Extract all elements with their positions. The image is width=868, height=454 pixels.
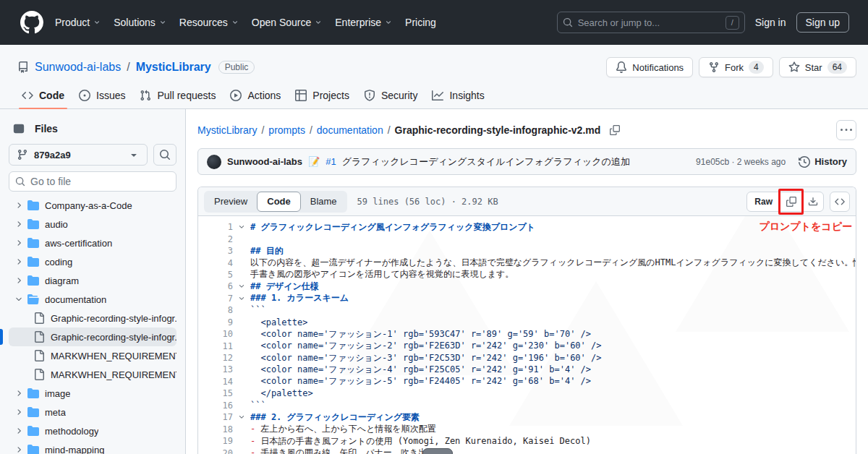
tab-issues[interactable]: Issues xyxy=(72,82,132,108)
goto-file-input[interactable] xyxy=(30,176,170,187)
repo-name-link[interactable]: MysticLibrary xyxy=(136,61,211,74)
goto-file-field[interactable] xyxy=(9,171,176,192)
tab-security[interactable]: Security xyxy=(357,82,425,108)
copy-icon xyxy=(610,125,620,135)
notifications-label: Notifications xyxy=(632,62,684,73)
view-tab-preview[interactable]: Preview xyxy=(205,192,257,212)
search-input[interactable]: Search or jump to... / xyxy=(557,12,745,33)
line-number[interactable]: 19 xyxy=(198,436,233,446)
breadcrumb-separator: / xyxy=(305,124,317,136)
raw-button[interactable]: Raw xyxy=(747,192,780,211)
commit-message[interactable]: グラフィックレコーディングスタイルインフォグラフィックの追加 xyxy=(342,155,630,168)
history-button[interactable]: History xyxy=(799,156,847,168)
tree-folder-methodology[interactable]: methodology xyxy=(9,421,176,440)
star-button[interactable]: Star64 xyxy=(779,57,856,77)
line-number[interactable]: 14 xyxy=(198,377,233,387)
star-count: 64 xyxy=(827,61,847,74)
line-number[interactable]: 6 xyxy=(198,281,233,291)
bottom-overlay-pill xyxy=(422,448,453,454)
line-number[interactable]: 16 xyxy=(198,401,233,411)
fold-toggle[interactable] xyxy=(233,283,250,290)
tab-pull-requests[interactable]: Pull requests xyxy=(132,82,223,108)
github-logo[interactable] xyxy=(20,11,43,34)
sign-in-link[interactable]: Sign in xyxy=(755,17,786,28)
view-tab-blame[interactable]: Blame xyxy=(301,192,346,212)
download-raw-button[interactable] xyxy=(801,192,823,211)
commit-emoji: 📝 xyxy=(308,156,320,167)
nav-item-product[interactable]: Product xyxy=(55,17,101,28)
fold-toggle[interactable] xyxy=(233,223,250,231)
copy-path-button[interactable] xyxy=(606,121,624,139)
file-options-kebab-button[interactable] xyxy=(836,120,856,140)
collapse-sidebar-button[interactable] xyxy=(9,119,29,139)
tree-folder-documentation[interactable]: documentation xyxy=(9,290,176,309)
line-number[interactable]: 5 xyxy=(198,270,233,280)
repo-owner-link[interactable]: Sunwood-ai-labs xyxy=(35,61,121,74)
tree-file-markwhen-requirements[interactable]: MARKWHEN_REQUIREMENTS_... xyxy=(9,346,176,365)
commit-author-link[interactable]: Sunwood-ai-labs xyxy=(227,156,302,167)
chevron-down-icon xyxy=(159,19,166,26)
folder-icon xyxy=(27,275,39,286)
tree-folder-image[interactable]: image xyxy=(9,384,176,403)
line-number[interactable]: 3 xyxy=(198,246,233,256)
code-line-text: ## 目的 xyxy=(250,245,284,257)
search-tree-button[interactable] xyxy=(153,144,176,166)
line-number[interactable]: 10 xyxy=(198,329,233,339)
search-icon xyxy=(159,149,171,160)
nav-item-solutions[interactable]: Solutions xyxy=(114,17,166,28)
commit-sha-and-time[interactable]: 91e05cb · 2 weeks ago xyxy=(696,157,786,167)
fold-toggle[interactable] xyxy=(233,295,250,302)
nav-item-enterprise[interactable]: Enterprise xyxy=(335,17,392,28)
tree-folder-mind-mapping[interactable]: mind-mapping xyxy=(9,440,176,454)
branch-selector[interactable]: 879a2a9 xyxy=(9,144,148,166)
line-number[interactable]: 7 xyxy=(198,294,233,304)
tree-file-graphic-recording-style-infogr[interactable]: Graphic-recording-style-infogr... xyxy=(9,309,176,327)
view-tab-code[interactable]: Code xyxy=(257,192,301,212)
tab-projects[interactable]: Projects xyxy=(288,82,357,108)
tab-code[interactable]: Code xyxy=(14,82,72,108)
tree-folder-audio[interactable]: audio xyxy=(9,215,176,234)
commit-pr-link[interactable]: #1 xyxy=(326,156,336,167)
line-number[interactable]: 8 xyxy=(198,305,233,315)
star-label: Star xyxy=(805,62,822,73)
line-number[interactable]: 20 xyxy=(198,448,233,454)
copy-raw-content-button[interactable] xyxy=(780,192,801,211)
nav-item-pricing[interactable]: Pricing xyxy=(405,17,436,28)
fold-toggle[interactable] xyxy=(233,414,250,421)
line-number[interactable]: 12 xyxy=(198,353,233,363)
tree-folder-meta[interactable]: meta xyxy=(9,403,176,421)
line-number[interactable]: 1 xyxy=(198,222,233,232)
tab-actions[interactable]: Actions xyxy=(223,82,288,108)
tab-insights[interactable]: Insights xyxy=(425,82,491,108)
avatar[interactable] xyxy=(207,155,221,169)
file-view-panel: PreviewCodeBlame 59 lines (56 loc) · 2.9… xyxy=(197,187,856,454)
code-body: 1# グラフィックレコーディング風インフォグラフィック変換プロンプト23## 目… xyxy=(198,216,856,454)
breadcrumb-link-mysticlibrary[interactable]: MysticLibrary xyxy=(197,124,257,136)
code-line-text: <color name='ファッション-3' rgb='F2C53D' r='2… xyxy=(250,352,602,364)
notifications-button[interactable]: Notifications xyxy=(606,57,693,77)
sign-up-button[interactable]: Sign up xyxy=(796,12,849,33)
tree-file-markwhen-requirements[interactable]: MARKWHEN_REQUIREMENTS_... xyxy=(9,365,176,384)
tree-folder-company-as-a-code[interactable]: Company-as-a-Code xyxy=(9,196,176,215)
tree-folder-aws-certification[interactable]: aws-certification xyxy=(9,234,176,252)
line-number[interactable]: 18 xyxy=(198,424,233,434)
nav-item-resources[interactable]: Resources xyxy=(179,17,239,28)
line-number[interactable]: 2 xyxy=(198,234,233,244)
tree-file-graphic-recording-style-infogr[interactable]: Graphic-recording-style-infogr... xyxy=(9,327,176,346)
breadcrumb-link-prompts[interactable]: prompts xyxy=(268,124,305,136)
line-number[interactable]: 9 xyxy=(198,317,233,327)
line-number[interactable]: 4 xyxy=(198,258,233,268)
breadcrumb-link-documentation[interactable]: documentation xyxy=(317,124,383,136)
tree-folder-coding[interactable]: coding xyxy=(9,252,176,271)
line-number[interactable]: 11 xyxy=(198,341,233,351)
line-number[interactable]: 17 xyxy=(198,412,233,422)
files-sidebar: Files 879a2a9 Company-as-a-Codeaudioaws-… xyxy=(0,109,186,454)
nav-item-open-source[interactable]: Open Source xyxy=(252,17,323,28)
line-number[interactable]: 15 xyxy=(198,388,233,398)
line-number[interactable]: 13 xyxy=(198,364,233,374)
code-line: 11 <color name='ファッション-2' rgb='F2E63D' r… xyxy=(198,340,856,351)
file-icon xyxy=(33,312,45,324)
fork-button[interactable]: Fork4 xyxy=(699,57,773,77)
symbols-panel-button[interactable] xyxy=(830,192,850,212)
tree-folder-diagram[interactable]: diagram xyxy=(9,271,176,290)
